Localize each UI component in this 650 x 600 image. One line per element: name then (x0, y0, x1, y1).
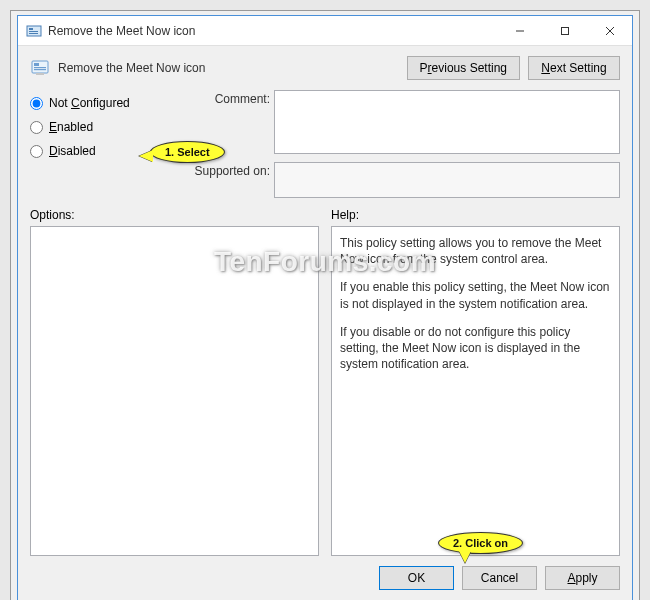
supported-on-text (274, 162, 620, 198)
previous-setting-button[interactable]: Previous Setting (407, 56, 520, 80)
help-panel: This policy setting allows you to remove… (331, 226, 620, 556)
radio-enabled-input[interactable] (30, 121, 43, 134)
policy-editor-window: Remove the Meet Now icon Remove the Meet… (17, 15, 633, 600)
help-text: If you enable this policy setting, the M… (340, 279, 611, 311)
svg-rect-3 (29, 33, 38, 34)
svg-rect-12 (36, 73, 44, 75)
next-setting-button[interactable]: Next Setting (528, 56, 620, 80)
maximize-button[interactable] (542, 16, 587, 45)
comment-label: Comment: (192, 90, 274, 106)
close-button[interactable] (587, 16, 632, 45)
radio-not-configured[interactable]: Not Configured (30, 96, 180, 110)
radio-enabled[interactable]: Enabled (30, 120, 180, 134)
svg-rect-11 (34, 69, 46, 70)
window-title: Remove the Meet Now icon (48, 24, 497, 38)
apply-button[interactable]: Apply (545, 566, 620, 590)
options-label: Options: (30, 208, 319, 222)
ok-button[interactable]: OK (379, 566, 454, 590)
help-text: If you disable or do not configure this … (340, 324, 611, 373)
svg-rect-10 (34, 67, 46, 68)
help-label: Help: (331, 208, 620, 222)
svg-rect-2 (29, 31, 38, 32)
setting-title: Remove the Meet Now icon (58, 61, 399, 75)
policy-icon (30, 58, 50, 78)
svg-rect-1 (29, 28, 33, 30)
radio-not-configured-input[interactable] (30, 97, 43, 110)
cancel-button[interactable]: Cancel (462, 566, 537, 590)
options-panel (30, 226, 319, 556)
svg-rect-5 (561, 27, 568, 34)
supported-label: Supported on: (192, 162, 274, 178)
annotation-click: 2. Click on (438, 532, 523, 554)
help-text: This policy setting allows you to remove… (340, 235, 611, 267)
comment-textarea[interactable] (274, 90, 620, 154)
app-icon (26, 23, 42, 39)
annotation-select: 1. Select (150, 141, 225, 163)
minimize-button[interactable] (497, 16, 542, 45)
svg-rect-9 (34, 63, 39, 66)
radio-disabled-input[interactable] (30, 145, 43, 158)
titlebar: Remove the Meet Now icon (18, 16, 632, 46)
